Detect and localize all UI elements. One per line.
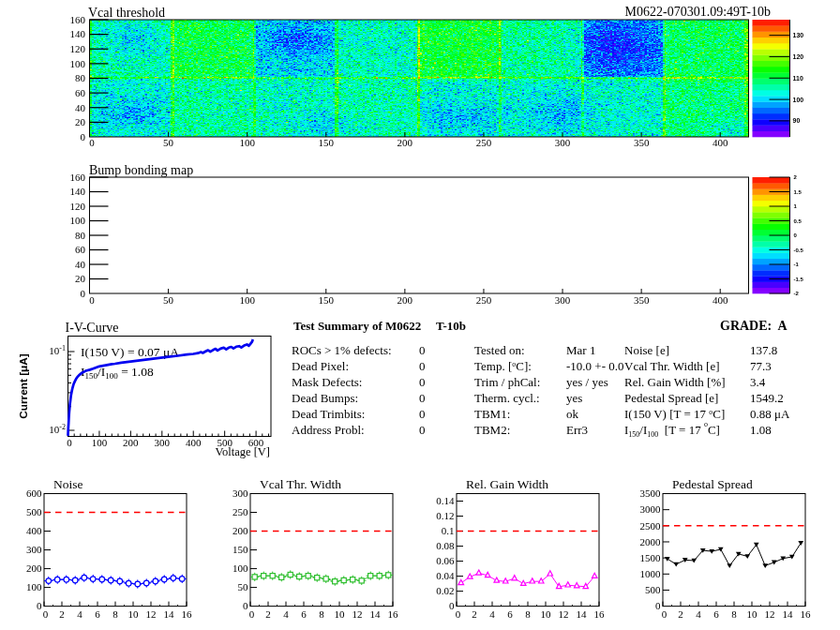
svg-text:12: 12 [352, 608, 363, 620]
svg-text:50: 50 [238, 581, 249, 592]
svg-text:160: 160 [70, 14, 86, 25]
svg-text:80: 80 [75, 72, 86, 83]
svg-text:6: 6 [507, 608, 513, 620]
svg-text:-1.5: -1.5 [794, 277, 804, 282]
svg-text:60: 60 [75, 87, 86, 98]
svg-text:Noise: Noise [53, 477, 83, 491]
svg-text:0: 0 [67, 437, 72, 448]
svg-text:40: 40 [75, 102, 86, 113]
svg-text:Vcal Thr. Width [e]: Vcal Thr. Width [e] [624, 359, 720, 373]
svg-text:0.1: 0.1 [442, 525, 455, 536]
svg-text:0: 0 [662, 608, 668, 620]
svg-text:I(150 V) [T = 17 oC]: I(150 V) [T = 17 oC] [624, 407, 725, 421]
svg-text:Tested on:: Tested on: [474, 343, 525, 357]
svg-text:3000: 3000 [640, 503, 662, 515]
svg-text:8: 8 [112, 608, 118, 620]
svg-text:16: 16 [594, 608, 606, 620]
svg-text:0: 0 [249, 608, 255, 620]
svg-text:40: 40 [75, 259, 86, 270]
svg-text:120: 120 [793, 53, 804, 60]
svg-text:Therm. cycl.:: Therm. cycl.: [474, 391, 540, 405]
svg-text:TBM2:: TBM2: [474, 423, 510, 437]
svg-text:0.02: 0.02 [436, 585, 454, 596]
svg-text:20: 20 [75, 116, 86, 128]
svg-text:T-10b: T-10b [436, 319, 466, 333]
svg-text:90: 90 [793, 117, 801, 124]
svg-text:0: 0 [419, 359, 426, 373]
svg-text:120: 120 [70, 43, 86, 54]
svg-text:10: 10 [747, 608, 758, 620]
svg-text:I-V-Curve: I-V-Curve [66, 321, 119, 335]
svg-text:100: 100 [70, 58, 86, 69]
svg-text:0.04: 0.04 [436, 570, 455, 581]
svg-text:8: 8 [525, 608, 531, 620]
svg-text:0: 0 [419, 343, 426, 357]
svg-text:250: 250 [476, 294, 492, 306]
svg-text:400: 400 [712, 294, 728, 306]
svg-text:0: 0 [81, 288, 86, 299]
svg-text:-10.0 +- 0.0: -10.0 +- 0.0 [566, 359, 624, 373]
svg-text:2: 2 [794, 174, 798, 180]
svg-text:0.12: 0.12 [436, 510, 454, 521]
svg-text:100: 100 [232, 562, 248, 574]
svg-text:100: 100 [239, 137, 255, 148]
svg-text:100: 100 [70, 215, 86, 226]
svg-text:0: 0 [89, 294, 95, 306]
svg-text:1000: 1000 [640, 568, 662, 579]
svg-text:200: 200 [26, 562, 42, 574]
svg-text:400: 400 [186, 437, 202, 448]
svg-text:8: 8 [731, 608, 737, 620]
svg-text:200: 200 [398, 137, 413, 148]
svg-text:500: 500 [645, 584, 661, 595]
svg-text:2000: 2000 [640, 536, 662, 548]
svg-text:500: 500 [26, 506, 42, 518]
svg-text:Vcal threshold: Vcal threshold [88, 6, 165, 20]
svg-text:10-1: 10-1 [49, 344, 66, 356]
svg-text:0: 0 [89, 137, 95, 148]
svg-text:Trim / phCal:: Trim / phCal: [474, 375, 540, 389]
svg-text:0.88 μA: 0.88 μA [750, 407, 790, 421]
svg-text:I150/I100 = 1.08: I150/I100 = 1.08 [81, 365, 154, 381]
svg-text:0: 0 [81, 131, 86, 142]
svg-text:I150/I100 [T = 17 oC]: I150/I100 [T = 17 oC] [624, 420, 720, 439]
svg-text:120: 120 [70, 201, 86, 212]
svg-text:10: 10 [128, 608, 140, 620]
svg-text:300: 300 [555, 294, 571, 306]
svg-text:0.14: 0.14 [436, 495, 455, 506]
svg-text:160: 160 [70, 172, 86, 183]
svg-text:1: 1 [794, 203, 798, 209]
svg-text:250: 250 [476, 137, 492, 148]
svg-text:60: 60 [75, 244, 86, 255]
svg-text:130: 130 [793, 32, 804, 38]
svg-text:200: 200 [123, 437, 139, 448]
svg-text:0: 0 [37, 600, 42, 611]
svg-text:50: 50 [163, 137, 174, 148]
svg-text:4: 4 [489, 608, 495, 620]
svg-text:0: 0 [419, 391, 426, 405]
svg-text:Dead Pixel:: Dead Pixel: [292, 359, 349, 373]
svg-text:140: 140 [70, 186, 86, 197]
svg-text:16: 16 [182, 608, 193, 620]
svg-text:Bump bonding map: Bump bonding map [89, 163, 193, 177]
svg-text:4: 4 [77, 608, 82, 620]
svg-text:200: 200 [398, 294, 413, 306]
svg-text:Mar 1: Mar 1 [566, 343, 595, 357]
svg-text:10-2: 10-2 [49, 423, 66, 435]
svg-text:16: 16 [801, 608, 812, 620]
svg-text:20: 20 [75, 273, 86, 284]
svg-text:400: 400 [712, 137, 728, 148]
svg-text:Vcal Thr. Width: Vcal Thr. Width [260, 477, 341, 491]
svg-text:0.08: 0.08 [436, 540, 455, 551]
svg-text:Current [μA]: Current [μA] [17, 353, 30, 419]
svg-text:0: 0 [655, 600, 661, 611]
svg-text:Err3: Err3 [566, 423, 588, 437]
svg-text:300: 300 [26, 544, 42, 555]
svg-text:ROCs > 1% defects:: ROCs > 1% defects: [292, 343, 392, 357]
svg-text:0: 0 [243, 600, 248, 611]
svg-text:0: 0 [419, 407, 426, 421]
svg-text:10: 10 [541, 608, 552, 620]
svg-text:200: 200 [232, 525, 248, 536]
svg-text:Test Summary of M0622: Test Summary of M0622 [293, 319, 421, 333]
svg-text:Rel. Gain Width [%]: Rel. Gain Width [%] [624, 375, 726, 389]
svg-text:8: 8 [319, 608, 324, 620]
